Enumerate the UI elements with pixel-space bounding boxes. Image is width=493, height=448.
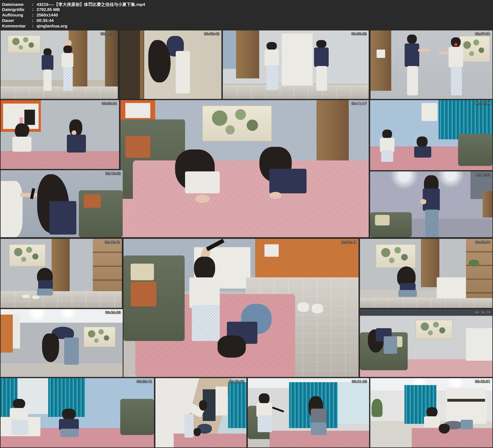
scene-floor [0, 87, 118, 99]
meta-separator: : [32, 12, 36, 17]
scene-cushion [131, 264, 154, 280]
meta-value-resolution: 2560x1440 [37, 12, 58, 17]
scene-air-conditioner [422, 103, 437, 121]
scene-pink-mat [0, 151, 119, 169]
scene-person-hands [195, 195, 210, 203]
video-thumbnail: 00:07:31 [370, 31, 493, 99]
scene-sneaker [297, 302, 309, 312]
scene-pink-mat [133, 160, 369, 237]
meta-value-filesize: 2792.85 MB [37, 7, 60, 12]
scene-person-top [314, 47, 329, 67]
scene-person-top [185, 171, 220, 193]
scene-scroll-painting [416, 320, 453, 339]
meta-value-comment: qinglanhua.org [37, 23, 67, 28]
scene-person-pants [398, 290, 417, 297]
scene-scroll-painting [8, 35, 41, 53]
scene-person-pants [267, 65, 278, 90]
timestamp-overlay: 00:22:34 [475, 240, 490, 244]
scene-desk-clutter [265, 244, 279, 257]
video-thumbnail: 00:33:51 [370, 378, 493, 448]
scene-person-top [10, 408, 28, 420]
timestamp-overlay: 00:01:52 [100, 32, 116, 36]
scene-pink-mat [412, 428, 493, 448]
scene-door [316, 100, 349, 160]
scene-person-pants [11, 420, 28, 435]
scene-piano [446, 388, 486, 424]
scene-person-pants [451, 67, 462, 96]
timestamp-overlay: 00:20:41 [341, 240, 357, 244]
scene-person-top [424, 416, 440, 427]
timestamp-overlay: 00:16:55 [475, 173, 490, 177]
scene-person-top [405, 44, 419, 67]
scene-person-arm [418, 49, 430, 52]
scene-person-pants [258, 415, 272, 432]
scene-floor [360, 298, 493, 308]
meta-row-duration: Dauer : 00:35:44 [2, 18, 493, 23]
scene-window [223, 31, 236, 69]
scene-air-conditioner [215, 386, 227, 415]
scene-drawers [437, 277, 466, 298]
scene-person-pants [461, 420, 473, 429]
scene-shelf-clutter [125, 103, 150, 118]
meta-label: Dateigröße [2, 7, 32, 12]
scene-plant [371, 399, 382, 417]
scene-person-top [269, 169, 306, 193]
scene-person-hair [316, 40, 326, 48]
meta-separator: : [32, 2, 36, 7]
scene-person-hair [439, 424, 450, 434]
video-thumbnail: 00:05:38 [223, 31, 369, 99]
scene-person-hair [267, 42, 277, 50]
scene-person-top [67, 135, 86, 153]
scene-person-pants [381, 150, 393, 162]
scene-person-pants [316, 66, 327, 90]
scene-person-top [12, 137, 31, 152]
timestamp-overlay: 00:03:45 [204, 32, 219, 36]
timestamp-overlay: 00:30:05 [229, 380, 244, 383]
scene-person-pants [44, 69, 52, 90]
scene-person-pants [37, 289, 53, 295]
scene-cabinet [370, 31, 391, 91]
scene-ball-gag [454, 43, 458, 46]
scene-person-top [311, 409, 327, 424]
scene-scroll-painting [202, 106, 272, 141]
video-thumbnail: 00:24:26 [0, 309, 123, 377]
scene-person-pants [407, 66, 418, 95]
meta-row-filesize: Dateigröße : 2792.85 MB [2, 7, 493, 12]
meta-label: Dauer [2, 18, 32, 23]
video-thumbnail: 00:09:24 [0, 100, 119, 169]
scene-person-top [49, 201, 76, 235]
timestamp-overlay: 00:07:31 [475, 32, 490, 36]
scene-person-top [59, 419, 79, 430]
scene-sneaker [22, 295, 30, 298]
scene-person-hands [420, 199, 426, 204]
timestamp-overlay: 00:15:02 [105, 172, 121, 176]
timestamp-overlay: 00:13:09 [475, 101, 490, 105]
video-thumbnail: 00:01:52 [0, 31, 118, 99]
scene-person-top [189, 277, 220, 308]
scene-person-hair [218, 336, 246, 358]
scene-shelf [93, 239, 122, 300]
video-thumbnail: 00:20:41 [123, 239, 359, 377]
timestamp-overlay: 00:09:24 [101, 101, 117, 105]
meta-row-resolution: Auflösung : 2560x1440 [2, 12, 493, 18]
scene-scroll-painting [9, 244, 45, 267]
timestamp-overlay: 00:26:19 [475, 311, 490, 314]
scene-person-hands [269, 192, 282, 199]
timestamp-overlay: 00:18:48 [104, 240, 120, 244]
scene-piano-lid [447, 399, 485, 402]
video-thumbnail: 00:16:55 [370, 171, 493, 237]
scene-person-pants [60, 429, 79, 437]
scene-person-hair [407, 34, 417, 44]
scene-person-hair [62, 409, 76, 420]
video-thumbnail: 00:11:17 [121, 100, 369, 237]
scene-person-pants [192, 305, 220, 341]
video-thumbnail: 00:26:19 [360, 309, 493, 377]
video-thumbnail: 00:03:45 [120, 31, 221, 99]
meta-separator: : [32, 23, 36, 28]
scene-person-top [0, 181, 22, 237]
meta-separator: : [32, 7, 36, 12]
scene-person-pants [384, 336, 397, 354]
timestamp-overlay: 00:11:17 [351, 101, 367, 105]
meta-label: Dateiname [2, 2, 32, 7]
scene-scroll-painting [376, 244, 416, 268]
